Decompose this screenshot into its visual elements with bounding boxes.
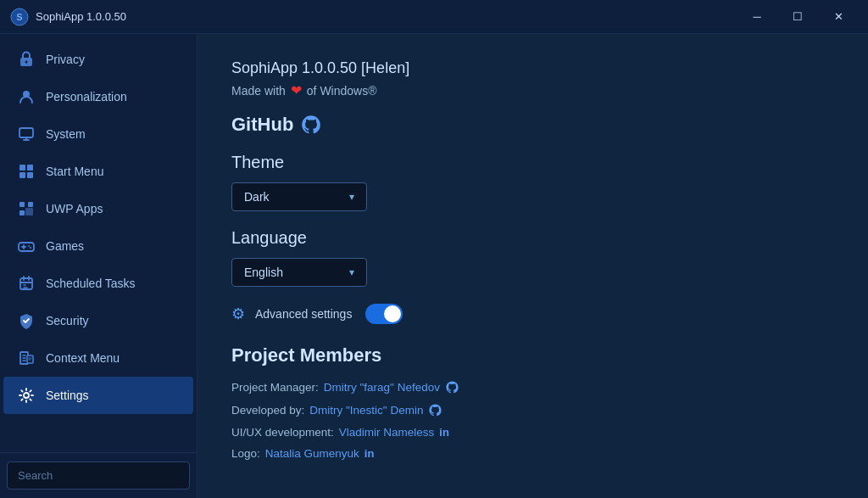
maximize-button[interactable]: ☐ [778, 3, 817, 31]
theme-selected: Dark [244, 190, 270, 204]
advanced-settings-gear-icon: ⚙ [231, 305, 245, 323]
theme-dropdown-arrow: ▾ [349, 191, 354, 203]
project-members-title: Project Members [231, 344, 834, 367]
sidebar-item-privacy[interactable]: Privacy [3, 41, 193, 78]
project-manager-github-icon[interactable] [445, 380, 459, 394]
uiux-label: UI/UX development: [231, 426, 334, 439]
settings-label: Settings [46, 389, 89, 402]
start-menu-label: Start Menu [46, 165, 103, 178]
made-with-after: of Windows® [307, 84, 377, 98]
theme-section-title: Theme [231, 153, 834, 172]
security-icon [17, 311, 36, 330]
advanced-settings-row: ⚙ Advanced settings [231, 304, 834, 324]
svg-rect-11 [28, 202, 33, 207]
uiux-row: UI/UX development: Vladimir Nameless in [231, 426, 834, 439]
sidebar: Privacy Personalization [0, 34, 198, 498]
minimize-button[interactable]: ─ [737, 3, 776, 31]
privacy-icon [17, 50, 36, 69]
language-dropdown-arrow: ▾ [349, 266, 354, 278]
sidebar-item-uwp-apps[interactable]: UWP Apps [3, 190, 193, 227]
close-button[interactable]: ✕ [819, 3, 858, 31]
theme-dropdown-wrapper: Dark ▾ [231, 182, 834, 211]
scheduled-tasks-label: Scheduled Tasks [46, 277, 136, 290]
sidebar-item-scheduled-tasks[interactable]: Scheduled Tasks [3, 265, 193, 302]
personalization-icon [17, 87, 36, 106]
advanced-settings-label: Advanced settings [255, 307, 352, 321]
sidebar-item-security[interactable]: Security [3, 302, 193, 339]
language-dropdown[interactable]: English ▾ [231, 258, 367, 287]
uiux-name[interactable]: Vladimir Nameless [339, 426, 435, 439]
main-layout: Privacy Personalization [0, 34, 868, 498]
privacy-label: Privacy [46, 53, 85, 66]
uwp-apps-label: UWP Apps [46, 202, 103, 215]
heart-icon: ❤ [291, 82, 302, 98]
app-title: SophiApp 1.0.0.50 [36, 10, 737, 23]
github-icon[interactable] [300, 114, 322, 136]
security-label: Security [46, 314, 89, 327]
svg-point-15 [28, 245, 30, 247]
developer-github-icon[interactable] [428, 403, 442, 417]
svg-rect-7 [27, 165, 33, 171]
app-subtitle: Made with ❤ of Windows® [231, 82, 834, 98]
logo-label: Logo: [231, 447, 260, 460]
svg-point-16 [30, 247, 31, 249]
language-dropdown-wrapper: English ▾ [231, 258, 834, 287]
svg-point-3 [25, 61, 28, 64]
logo-row: Logo: Natalia Gumenyuk in [231, 447, 834, 460]
developed-by-name[interactable]: Dmitry "Inestic" Demin [309, 404, 423, 417]
svg-rect-8 [19, 172, 25, 178]
search-input[interactable] [7, 462, 190, 490]
sidebar-item-start-menu[interactable]: Start Menu [3, 153, 193, 190]
language-section-title: Language [231, 228, 834, 248]
uiux-linkedin-icon[interactable]: in [439, 426, 449, 439]
developed-by-row: Developed by: Dmitry "Inestic" Demin [231, 403, 834, 417]
svg-text:S: S [16, 12, 22, 22]
sidebar-item-context-menu[interactable]: Context Menu [3, 339, 193, 377]
made-with-before: Made with [231, 84, 286, 98]
games-icon [17, 237, 36, 255]
personalization-label: Personalization [46, 90, 127, 104]
logo-linkedin-icon[interactable]: in [364, 447, 375, 460]
context-menu-icon [17, 349, 36, 367]
sidebar-search [0, 452, 197, 498]
project-manager-label: Project Manager: [231, 381, 319, 394]
project-manager-name[interactable]: Dmitry "farag" Nefedov [324, 381, 440, 394]
github-row: GitHub [231, 114, 834, 136]
theme-dropdown[interactable]: Dark ▾ [231, 182, 367, 211]
svg-rect-12 [19, 210, 25, 215]
sidebar-item-personalization[interactable]: Personalization [3, 78, 193, 115]
settings-icon [17, 386, 36, 405]
titlebar: S SophiApp 1.0.0.50 ─ ☐ ✕ [0, 0, 868, 34]
app-version-title: SophiApp 1.0.0.50 [Helen] [231, 59, 834, 77]
sidebar-nav: Privacy Personalization [0, 34, 197, 452]
project-manager-row: Project Manager: Dmitry "farag" Nefedov [231, 380, 834, 394]
svg-rect-14 [19, 243, 34, 251]
context-menu-label: Context Menu [46, 351, 120, 365]
uwp-apps-icon [17, 199, 36, 218]
logo-name[interactable]: Natalia Gumenyuk [265, 447, 359, 460]
svg-rect-13 [25, 208, 33, 215]
scheduled-tasks-icon [17, 274, 36, 293]
advanced-settings-toggle[interactable] [365, 304, 403, 324]
games-label: Games [46, 239, 84, 253]
svg-point-20 [24, 393, 29, 398]
svg-rect-10 [19, 202, 25, 207]
svg-rect-9 [27, 172, 33, 178]
svg-rect-6 [19, 165, 25, 171]
sidebar-item-system[interactable]: System [3, 115, 193, 153]
sidebar-item-games[interactable]: Games [3, 227, 193, 265]
sidebar-item-settings[interactable]: Settings [3, 377, 193, 414]
app-logo: S [10, 8, 29, 26]
system-icon [17, 125, 36, 143]
svg-rect-5 [19, 128, 33, 137]
language-selected: English [244, 266, 283, 279]
toggle-knob [384, 305, 401, 322]
start-menu-icon [17, 162, 36, 181]
window-controls: ─ ☐ ✕ [737, 3, 858, 31]
developed-by-label: Developed by: [231, 404, 304, 417]
system-label: System [46, 127, 86, 141]
content-area: SophiApp 1.0.0.50 [Helen] Made with ❤ of… [198, 34, 868, 498]
github-label: GitHub [231, 114, 293, 136]
